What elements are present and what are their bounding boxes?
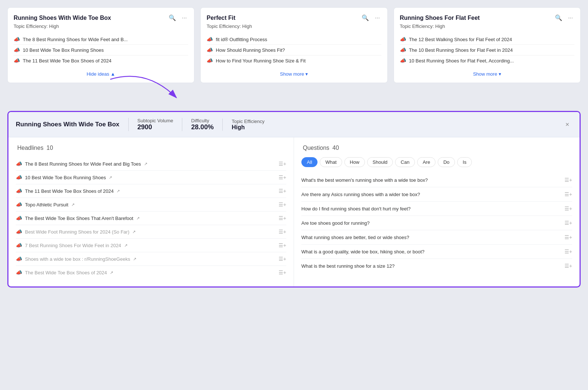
megaphone-blue-icon: 📣 — [16, 161, 22, 167]
card-1-more-button[interactable]: ··· — [180, 14, 188, 22]
headline-text: Topo Athletic Pursuit — [25, 202, 68, 207]
card-2-more-button[interactable]: ··· — [373, 14, 381, 22]
filter-all-button[interactable]: All — [301, 157, 318, 167]
headline-item: 📣 Topo Athletic Pursuit ↗ ☰+ — [16, 198, 286, 212]
add-to-list-icon[interactable]: ☰+ — [564, 249, 572, 254]
card-2-search-button[interactable]: 🔍 — [360, 14, 370, 22]
megaphone-icon: 📣 — [207, 58, 213, 64]
external-link-icon[interactable]: ↗ — [110, 270, 113, 275]
megaphone-blue-icon: 📣 — [16, 215, 22, 221]
show-more-button[interactable]: Show more ▾ — [473, 71, 501, 77]
filter-do-button[interactable]: Do — [438, 157, 455, 167]
add-to-list-icon[interactable]: ☰+ — [564, 206, 572, 212]
arrow-decoration — [7, 83, 581, 105]
megaphone-blue-icon: 📣 — [16, 174, 22, 180]
card-1-efficiency: Topic Efficiency: High — [14, 24, 188, 29]
question-text: What running shoes are better, tied or w… — [301, 235, 564, 240]
filter-what-button[interactable]: What — [320, 157, 342, 167]
card-2-efficiency: Topic Efficiency: High — [207, 24, 381, 29]
add-to-list-icon[interactable]: ☰+ — [564, 177, 572, 183]
megaphone-blue-icon: 📣 — [16, 188, 22, 194]
megaphone-icon: 📣 — [14, 47, 20, 53]
external-link-icon[interactable]: ↗ — [144, 162, 147, 166]
add-to-list-icon[interactable]: ☰+ — [279, 256, 286, 262]
filter-can-button[interactable]: Can — [395, 157, 415, 167]
filter-should-button[interactable]: Should — [367, 157, 393, 167]
topic-efficiency-label: Topic Efficiency — [232, 119, 264, 124]
question-item: How do I find running shoes that don't h… — [301, 202, 572, 216]
headline-left: 📣 10 Best Wide Toe Box Running Shoes ↗ — [16, 174, 279, 180]
card-2-footer: Show more ▾ — [207, 71, 381, 77]
add-to-list-icon[interactable]: ☰+ — [279, 161, 286, 167]
detail-header: Running Shoes With Wide Toe Box Subtopic… — [8, 112, 580, 137]
external-link-icon[interactable]: ↗ — [116, 189, 120, 194]
external-link-icon[interactable]: ↗ — [132, 230, 136, 234]
detail-panel: Running Shoes With Wide Toe Box Subtopic… — [7, 111, 581, 288]
external-link-icon[interactable]: ↗ — [133, 257, 136, 261]
detail-close-button[interactable]: × — [562, 119, 572, 130]
question-text: What is a good quality, wide toe box, hi… — [301, 249, 564, 254]
headlines-count: 10 — [47, 145, 53, 151]
headline-left: 📣 7 Best Running Shoes For Wide Feet in … — [16, 242, 279, 248]
add-to-list-icon[interactable]: ☰+ — [564, 220, 572, 226]
add-to-list-icon[interactable]: ☰+ — [564, 234, 572, 240]
headline-item: 📣 7 Best Running Shoes For Wide Feet in … — [16, 239, 286, 252]
megaphone-gray-icon: 📣 — [16, 242, 22, 248]
add-to-list-icon[interactable]: ☰+ — [279, 270, 286, 275]
card-perfect-fit: Perfect Fit 🔍 ··· Topic Efficiency: High… — [200, 7, 387, 83]
list-item: 📣 fit id® Outfitting Process — [207, 34, 381, 45]
card-1-title: Running Shoes With Wide Toe Box — [14, 15, 167, 21]
megaphone-icon: 📣 — [207, 47, 213, 53]
card-1-footer: Hide ideas ▲ — [14, 71, 188, 77]
headline-item: 📣 The 11 Best Wide Toe Box Shoes of 2024… — [16, 184, 286, 198]
card-1-title-row: Running Shoes With Wide Toe Box 🔍 ··· — [14, 14, 188, 22]
external-link-icon[interactable]: ↗ — [109, 175, 112, 180]
megaphone-icon: 📣 — [14, 36, 20, 42]
card-3-search-button[interactable]: 🔍 — [553, 14, 564, 22]
filter-how-button[interactable]: How — [344, 157, 365, 167]
add-to-list-icon[interactable]: ☰+ — [564, 191, 572, 197]
card-3-title-row: Running Shoes For Flat Feet 🔍 ··· — [400, 14, 574, 22]
headline-left: 📣 The 11 Best Wide Toe Box Shoes of 2024… — [16, 188, 279, 194]
card-item-text: The 12 Best Walking Shoes for Flat Feet … — [409, 37, 512, 42]
list-item: 📣 The 8 Best Running Shoes for Wide Feet… — [14, 34, 188, 45]
filter-are-button[interactable]: Are — [417, 157, 435, 167]
question-item: What running shoes are better, tied or w… — [301, 230, 572, 245]
headline-text: The 11 Best Wide Toe Box Shoes of 2024 — [25, 188, 114, 194]
external-link-icon[interactable]: ↗ — [71, 202, 75, 207]
add-to-list-icon[interactable]: ☰+ — [279, 242, 286, 248]
add-to-list-icon[interactable]: ☰+ — [279, 202, 286, 207]
megaphone-gray-icon: 📣 — [16, 270, 22, 275]
megaphone-icon: 📣 — [400, 47, 406, 53]
card-1-icons: 🔍 ··· — [167, 14, 188, 22]
add-to-list-icon[interactable]: ☰+ — [279, 215, 286, 221]
hide-ideas-button[interactable]: Hide ideas ▲ — [87, 71, 115, 77]
megaphone-blue-icon: 📣 — [16, 202, 22, 207]
questions-count: 40 — [333, 145, 339, 151]
list-item: 📣 How Should Running Shoes Fit? — [207, 45, 381, 55]
question-text: Are there any Asics running shoes with a… — [301, 192, 564, 197]
add-to-list-icon[interactable]: ☰+ — [279, 174, 286, 180]
headline-item: 📣 The Best Wide Toe Box Shoes of 2024 ↗ … — [16, 266, 286, 279]
question-text: How do I find running shoes that don't h… — [301, 206, 564, 212]
filter-is-button[interactable]: Is — [457, 157, 472, 167]
detail-panel-title: Running Shoes With Wide Toe Box — [16, 121, 128, 128]
headline-item: 📣 Shoes with a wide toe box : r/RunningS… — [16, 252, 286, 266]
subtopic-volume-label: Subtopic Volume — [137, 118, 173, 123]
external-link-icon[interactable]: ↗ — [136, 216, 140, 221]
external-link-icon[interactable]: ↗ — [124, 243, 128, 248]
add-to-list-icon[interactable]: ☰+ — [279, 188, 286, 194]
card-1-search-button[interactable]: 🔍 — [167, 14, 178, 22]
card-3-more-button[interactable]: ··· — [567, 14, 574, 22]
show-more-button[interactable]: Show more ▾ — [280, 71, 308, 77]
question-item: What is the best running shoe for a size… — [301, 259, 572, 273]
list-item: 📣 The 11 Best Wide Toe Box Shoes of 2024 — [14, 55, 188, 66]
difficulty-value: 28.00% — [191, 123, 214, 131]
question-filters: All What How Should Can Are Do Is — [301, 157, 572, 167]
add-to-list-icon[interactable]: ☰+ — [564, 263, 572, 269]
headline-text: The Best Wide Toe Box Shoes That Aren't … — [25, 216, 133, 221]
add-to-list-icon[interactable]: ☰+ — [279, 229, 286, 235]
card-3-items: 📣 The 12 Best Walking Shoes for Flat Fee… — [400, 34, 574, 66]
headline-text: 7 Best Running Shoes For Wide Feet in 20… — [25, 243, 121, 248]
card-3-icons: 🔍 ··· — [553, 14, 574, 22]
